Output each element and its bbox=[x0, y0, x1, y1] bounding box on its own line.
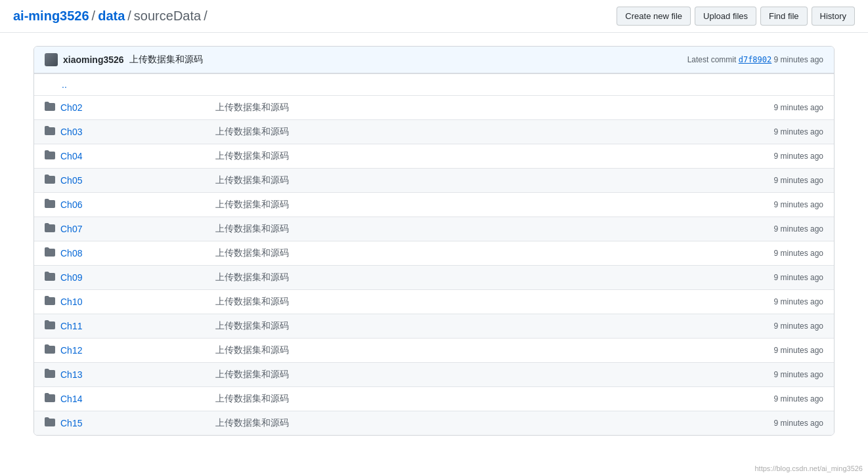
folder-icon bbox=[45, 125, 55, 138]
file-name: Ch02 bbox=[60, 102, 205, 113]
breadcrumb-repo[interactable]: data bbox=[98, 9, 125, 24]
file-commit-msg: 上传数据集和源码 bbox=[205, 320, 731, 332]
main-container: xiaoming3526 上传数据集和源码 Latest commit d7f8… bbox=[20, 33, 848, 449]
folder-icon bbox=[45, 150, 55, 163]
history-button[interactable]: History bbox=[812, 7, 855, 26]
file-time: 9 minutes ago bbox=[731, 249, 823, 258]
folder-icon bbox=[45, 271, 55, 284]
breadcrumb-sep2: / bbox=[127, 9, 131, 24]
commit-header: xiaoming3526 上传数据集和源码 Latest commit d7f8… bbox=[34, 47, 834, 73]
find-file-button[interactable]: Find file bbox=[760, 7, 808, 26]
file-time: 9 minutes ago bbox=[731, 224, 823, 234]
file-name: Ch12 bbox=[60, 345, 205, 356]
top-bar: ai-ming3526 / data / sourceData / Create… bbox=[0, 0, 868, 33]
file-link[interactable]: Ch02 bbox=[60, 102, 82, 113]
parent-dir-link[interactable]: .. bbox=[62, 79, 67, 90]
file-name: Ch09 bbox=[60, 272, 205, 283]
file-time: 9 minutes ago bbox=[731, 273, 823, 282]
file-time: 9 minutes ago bbox=[731, 152, 823, 161]
table-row: Ch11 上传数据集和源码 9 minutes ago bbox=[34, 314, 834, 338]
table-row: Ch04 上传数据集和源码 9 minutes ago bbox=[34, 144, 834, 168]
commit-time: 9 minutes ago bbox=[774, 55, 823, 64]
table-row: Ch08 上传数据集和源码 9 minutes ago bbox=[34, 241, 834, 265]
file-commit-msg: 上传数据集和源码 bbox=[205, 199, 731, 211]
table-row: Ch14 上传数据集和源码 9 minutes ago bbox=[34, 386, 834, 411]
file-commit-msg: 上传数据集和源码 bbox=[205, 102, 731, 114]
file-time: 9 minutes ago bbox=[731, 103, 823, 112]
create-new-file-button[interactable]: Create new file bbox=[617, 7, 691, 26]
avatar bbox=[45, 53, 58, 66]
upload-files-button[interactable]: Upload files bbox=[695, 7, 756, 26]
file-name: Ch08 bbox=[60, 248, 205, 258]
file-link[interactable]: Ch08 bbox=[60, 248, 82, 258]
file-link[interactable]: Ch09 bbox=[60, 272, 82, 283]
folder-icon bbox=[45, 417, 55, 430]
table-row: Ch06 上传数据集和源码 9 minutes ago bbox=[34, 192, 834, 217]
file-link[interactable]: Ch12 bbox=[60, 345, 82, 356]
folder-icon bbox=[45, 295, 55, 308]
table-row: Ch13 上传数据集和源码 9 minutes ago bbox=[34, 362, 834, 386]
file-link[interactable]: Ch03 bbox=[60, 127, 82, 137]
file-commit-msg: 上传数据集和源码 bbox=[205, 296, 731, 308]
folder-icon bbox=[45, 344, 55, 357]
file-link[interactable]: Ch07 bbox=[60, 224, 82, 234]
file-table: xiaoming3526 上传数据集和源码 Latest commit d7f8… bbox=[33, 46, 835, 436]
breadcrumb: ai-ming3526 / data / sourceData / bbox=[13, 9, 207, 24]
file-commit-msg: 上传数据集和源码 bbox=[205, 150, 731, 162]
file-time: 9 minutes ago bbox=[731, 127, 823, 136]
file-rows: Ch02 上传数据集和源码 9 minutes ago Ch03 上传数据集和源… bbox=[34, 95, 834, 435]
breadcrumb-user[interactable]: ai-ming3526 bbox=[13, 9, 89, 24]
file-commit-msg: 上传数据集和源码 bbox=[205, 223, 731, 235]
breadcrumb-sep3: / bbox=[204, 9, 207, 24]
folder-icon bbox=[45, 392, 55, 405]
commit-message: 上传数据集和源码 bbox=[129, 54, 203, 66]
table-row: Ch12 上传数据集和源码 9 minutes ago bbox=[34, 338, 834, 362]
file-name: Ch06 bbox=[60, 199, 205, 210]
file-link[interactable]: Ch14 bbox=[60, 394, 82, 404]
file-commit-msg: 上传数据集和源码 bbox=[205, 393, 731, 405]
breadcrumb-path: sourceData bbox=[134, 9, 201, 24]
file-time: 9 minutes ago bbox=[731, 370, 823, 379]
folder-icon bbox=[45, 368, 55, 381]
file-link[interactable]: Ch13 bbox=[60, 369, 82, 380]
file-name: Ch15 bbox=[60, 418, 205, 428]
file-time: 9 minutes ago bbox=[731, 346, 823, 355]
table-row: Ch02 上传数据集和源码 9 minutes ago bbox=[34, 95, 834, 119]
file-name: Ch13 bbox=[60, 369, 205, 380]
file-commit-msg: 上传数据集和源码 bbox=[205, 369, 731, 381]
file-commit-msg: 上传数据集和源码 bbox=[205, 417, 731, 429]
table-row: Ch10 上传数据集和源码 9 minutes ago bbox=[34, 289, 834, 314]
table-row: Ch09 上传数据集和源码 9 minutes ago bbox=[34, 265, 834, 289]
folder-icon bbox=[45, 174, 55, 187]
file-link[interactable]: Ch06 bbox=[60, 199, 82, 210]
file-name: Ch11 bbox=[60, 321, 205, 331]
file-commit-msg: 上传数据集和源码 bbox=[205, 272, 731, 283]
file-commit-msg: 上传数据集和源码 bbox=[205, 344, 731, 356]
file-time: 9 minutes ago bbox=[731, 176, 823, 185]
file-name: Ch07 bbox=[60, 224, 205, 234]
table-row: Ch05 上传数据集和源码 9 minutes ago bbox=[34, 168, 834, 192]
table-row: Ch15 上传数据集和源码 9 minutes ago bbox=[34, 411, 834, 435]
file-name: Ch05 bbox=[60, 175, 205, 186]
parent-dir-row: .. bbox=[34, 73, 834, 95]
file-link[interactable]: Ch04 bbox=[60, 151, 82, 161]
folder-icon bbox=[45, 101, 55, 114]
commit-header-right: Latest commit d7f8902 9 minutes ago bbox=[687, 55, 823, 64]
file-link[interactable]: Ch10 bbox=[60, 297, 82, 307]
latest-commit-label: Latest commit bbox=[687, 55, 737, 64]
file-name: Ch04 bbox=[60, 151, 205, 161]
file-name: Ch14 bbox=[60, 394, 205, 404]
file-time: 9 minutes ago bbox=[731, 297, 823, 306]
folder-icon bbox=[45, 198, 55, 211]
commit-hash[interactable]: d7f8902 bbox=[739, 55, 772, 64]
breadcrumb-sep1: / bbox=[92, 9, 96, 24]
action-buttons: Create new file Upload files Find file H… bbox=[617, 7, 855, 26]
file-time: 9 minutes ago bbox=[731, 394, 823, 403]
folder-icon bbox=[45, 222, 55, 236]
commit-header-left: xiaoming3526 上传数据集和源码 bbox=[45, 53, 203, 66]
file-link[interactable]: Ch05 bbox=[60, 175, 82, 186]
file-link[interactable]: Ch15 bbox=[60, 418, 82, 428]
file-link[interactable]: Ch11 bbox=[60, 321, 82, 331]
commit-author[interactable]: xiaoming3526 bbox=[63, 54, 124, 65]
file-commit-msg: 上传数据集和源码 bbox=[205, 126, 731, 138]
